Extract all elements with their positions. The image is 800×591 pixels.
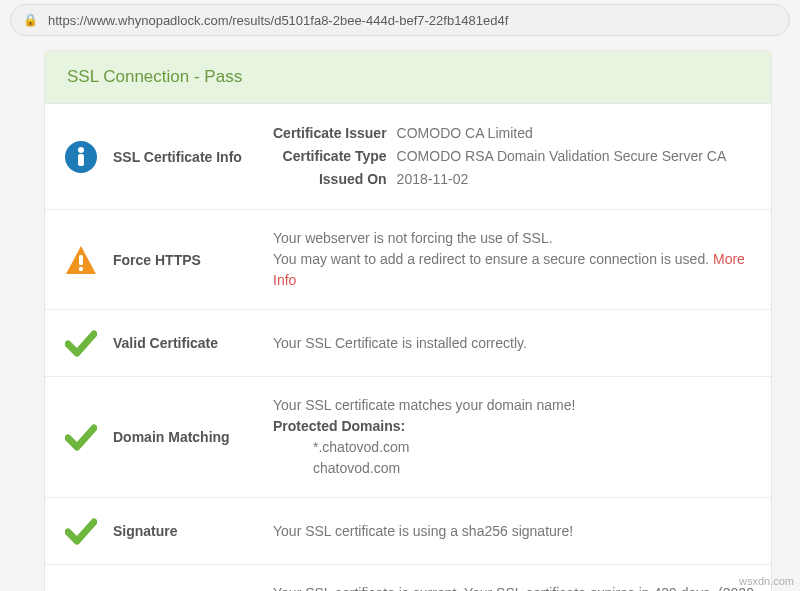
card-header: SSL Connection - Pass	[45, 51, 771, 104]
info-icon	[65, 141, 97, 173]
domain-match-line1: Your SSL certificate matches your domain…	[273, 395, 759, 416]
issued-key: Issued On	[273, 168, 397, 191]
row-cert-info: SSL Certificate Info Certificate Issuer …	[45, 104, 771, 210]
url-text: https://www.whynopadlock.com/results/d51…	[48, 13, 777, 28]
issued-val: 2018-11-02	[397, 168, 727, 191]
value-valid-cert: Your SSL Certificate is installed correc…	[273, 333, 759, 354]
check-icon	[65, 328, 97, 358]
ssl-results-card: SSL Connection - Pass SSL Certificate In…	[44, 50, 772, 591]
row-force-https: Force HTTPS Your webserver is not forcin…	[45, 210, 771, 310]
force-https-line1: Your webserver is not forcing the use of…	[273, 228, 759, 249]
issuer-key: Certificate Issuer	[273, 122, 397, 145]
address-bar[interactable]: 🔒 https://www.whynopadlock.com/results/d…	[10, 4, 790, 36]
value-expiration: Your SSL certificate is current. Your SS…	[273, 583, 759, 591]
check-icon	[65, 516, 97, 546]
label-force-https: Force HTTPS	[113, 252, 265, 268]
type-key: Certificate Type	[273, 145, 397, 168]
label-domain-matching: Domain Matching	[113, 429, 265, 445]
check-icon	[65, 422, 97, 452]
label-cert-info: SSL Certificate Info	[113, 149, 265, 165]
protected-domain-1: *.chatovod.com	[273, 437, 759, 458]
row-valid-cert: Valid Certificate Your SSL Certificate i…	[45, 310, 771, 377]
type-val: COMODO RSA Domain Validation Secure Serv…	[397, 145, 727, 168]
row-expiration: Expiration Date Your SSL certificate is …	[45, 565, 771, 591]
label-signature: Signature	[113, 523, 265, 539]
lock-icon: 🔒	[23, 13, 38, 27]
watermark: wsxdn.com	[739, 575, 794, 587]
protected-domains-label: Protected Domains:	[273, 416, 759, 437]
issuer-val: COMODO CA Limited	[397, 122, 727, 145]
header-title: SSL Connection -	[67, 67, 200, 86]
force-https-line2: You may want to add a redirect to ensure…	[273, 251, 713, 267]
row-signature: Signature Your SSL certificate is using …	[45, 498, 771, 565]
cert-info-table: Certificate Issuer COMODO CA Limited Cer…	[273, 122, 726, 191]
label-valid-cert: Valid Certificate	[113, 335, 265, 351]
warning-icon	[65, 245, 97, 275]
header-status: Pass	[204, 67, 242, 86]
row-domain-matching: Domain Matching Your SSL certificate mat…	[45, 377, 771, 498]
value-force-https: Your webserver is not forcing the use of…	[273, 228, 759, 291]
value-signature: Your SSL certificate is using a sha256 s…	[273, 521, 759, 542]
protected-domain-2: chatovod.com	[273, 458, 759, 479]
value-domain-matching: Your SSL certificate matches your domain…	[273, 395, 759, 479]
